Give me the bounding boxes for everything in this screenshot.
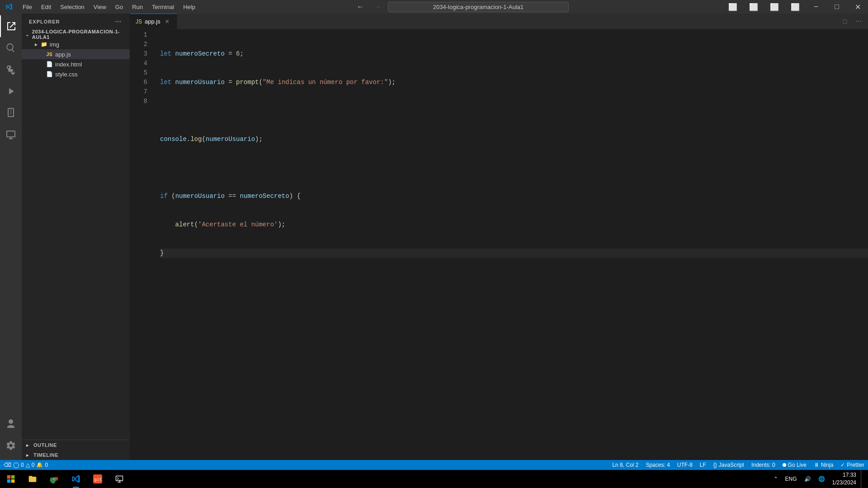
menu-selection[interactable]: Selection xyxy=(56,0,89,14)
file-tree: ⌄ 2034-LOGICA-PROGRAMACION-1-AULA1 ► 📁 i… xyxy=(22,29,130,440)
code-line-7: alert('Acertaste el número'); xyxy=(160,220,868,230)
svg-rect-3 xyxy=(11,479,15,483)
language-label: JavaScript xyxy=(719,462,744,468)
activity-run-debug[interactable] xyxy=(0,80,22,102)
titlebar-left: File Edit Selection View Go Run Terminal… xyxy=(0,0,200,14)
prettier-label: Prettier xyxy=(847,462,864,468)
command-search-input[interactable]: 2034-logica-programacion-1-Aula1 xyxy=(388,2,569,12)
menu-terminal[interactable]: Terminal xyxy=(147,0,179,14)
layout3-icon[interactable]: ⬜ xyxy=(764,0,785,14)
status-prettier[interactable]: ✓ Prettier xyxy=(837,460,868,470)
activity-explorer[interactable] xyxy=(0,15,22,37)
code-line-8: } xyxy=(160,249,868,258)
sidebar-header-icons: ⋯ xyxy=(113,17,123,26)
taskbar-app-gitbash[interactable]: git xyxy=(87,470,108,488)
minimize-button[interactable]: − xyxy=(806,0,826,14)
activity-accounts[interactable] xyxy=(0,413,22,435)
warnings-icon: △ xyxy=(26,462,30,468)
status-encoding[interactable]: UTF-8 xyxy=(674,460,696,470)
activity-settings[interactable] xyxy=(0,435,22,456)
taskbar: git ⌃ ENG 🔊 🌐 17:33 1/23/2024 xyxy=(0,470,868,488)
sidebar-more-button[interactable]: ⋯ xyxy=(113,17,123,26)
activity-search[interactable] xyxy=(0,37,22,59)
tree-item-indexhtml[interactable]: 📄 index.html xyxy=(22,59,130,69)
menu-edit[interactable]: Edit xyxy=(37,0,56,14)
tab-js-icon: JS xyxy=(136,19,142,25)
taskbar-speaker-icon[interactable]: 🔊 xyxy=(802,470,814,488)
timeline-section[interactable]: ► TIMELINE xyxy=(22,450,130,460)
activity-extensions[interactable] xyxy=(0,102,22,124)
taskbar-lang[interactable]: ENG xyxy=(783,470,800,488)
outline-section[interactable]: ► OUTLINE xyxy=(22,440,130,450)
status-branch[interactable]: ⌫ ◯ 0 △ 0 🔔 0 xyxy=(0,460,52,470)
nav-forward-button[interactable]: → xyxy=(371,0,384,14)
taskbar-app-explorer[interactable] xyxy=(22,470,43,488)
go-live-dot-icon xyxy=(783,463,786,467)
status-bar-left: ⌫ ◯ 0 △ 0 🔔 0 xyxy=(0,460,52,470)
editor-area: JS app.js × □ ⋯ 1 2 3 4 5 6 7 8 let nu xyxy=(130,14,868,460)
line-num-3: 3 xyxy=(130,49,147,59)
go-live-button[interactable]: Go Live xyxy=(779,460,810,470)
titlebar: File Edit Selection View Go Run Terminal… xyxy=(0,0,868,14)
taskbar-chevron-icon[interactable]: ⌃ xyxy=(771,470,781,488)
layout2-icon[interactable]: ⬜ xyxy=(743,0,764,14)
tree-root-folder[interactable]: ⌄ 2034-LOGICA-PROGRAMACION-1-AULA1 xyxy=(22,29,130,39)
maximize-button[interactable]: □ xyxy=(826,0,847,14)
menu-run[interactable]: Run xyxy=(127,0,147,14)
taskbar-app-terminal[interactable] xyxy=(108,470,130,488)
warnings-count: 0 xyxy=(32,462,35,468)
code-line-3 xyxy=(160,106,868,116)
tree-item-stylecss[interactable]: 📄 style.css xyxy=(22,69,130,79)
errors-icon: ◯ xyxy=(13,462,19,468)
status-bar-right: Ln 8, Col 2 Spaces: 4 UTF-8 LF {} JavaSc… xyxy=(609,460,868,470)
more-actions-button[interactable]: ⋯ xyxy=(853,15,864,27)
line-num-8: 8 xyxy=(130,97,147,106)
taskbar-network-icon[interactable]: 🌐 xyxy=(816,470,828,488)
status-ninja[interactable]: ⏸ Ninja xyxy=(810,460,837,470)
activity-source-control[interactable] xyxy=(0,59,22,80)
ninja-label: Ninja xyxy=(821,462,833,468)
tree-item-img[interactable]: ► 📁 img xyxy=(22,39,130,49)
taskbar-datetime[interactable]: 17:33 1/23/2024 xyxy=(830,470,859,488)
status-language[interactable]: {} JavaScript xyxy=(710,460,748,470)
status-spaces[interactable]: Spaces: 4 xyxy=(642,460,673,470)
tab-appjs[interactable]: JS app.js × xyxy=(130,14,177,29)
main-container: Explorer ⋯ ⌄ 2034-LOGICA-PROGRAMACION-1-… xyxy=(0,14,868,460)
menu-view[interactable]: View xyxy=(89,0,111,14)
taskbar-app-chrome[interactable] xyxy=(43,470,65,488)
menu-go[interactable]: Go xyxy=(111,0,127,14)
explorer-label: Explorer xyxy=(29,19,60,24)
line-num-2: 2 xyxy=(130,40,147,49)
indents-label: Indents: 0 xyxy=(751,462,775,468)
menu-help[interactable]: Help xyxy=(179,0,200,14)
code-content[interactable]: let numeroSecreto = 6; let numeroUsuario… xyxy=(153,29,868,460)
titlebar-right: ⬜ ⬜ ⬜ ⬜ − □ ✕ xyxy=(722,0,868,14)
code-line-6: if (numeroUsuario == numeroSecreto) { xyxy=(160,192,868,201)
tab-close-button[interactable]: × xyxy=(163,18,171,26)
nav-back-button[interactable]: ← xyxy=(354,0,367,14)
taskbar-show-desktop-button[interactable] xyxy=(861,470,864,488)
code-line-4: console.log(numeroUsuario); xyxy=(160,135,868,144)
code-line-1: let numeroSecreto = 6; xyxy=(160,49,868,59)
taskbar-app-vscode[interactable] xyxy=(65,470,87,488)
activity-remote-explorer[interactable] xyxy=(0,124,22,145)
info-count: 0 xyxy=(45,462,48,468)
taskbar-start-button[interactable] xyxy=(0,470,22,488)
activity-bar xyxy=(0,14,22,460)
taskbar-date-value: 1/23/2024 xyxy=(832,479,856,487)
status-eol[interactable]: LF xyxy=(696,460,710,470)
taskbar-time-value: 17:33 xyxy=(832,471,856,479)
layout4-icon[interactable]: ⬜ xyxy=(785,0,806,14)
tab-actions: □ ⋯ xyxy=(839,14,868,29)
menu-file[interactable]: File xyxy=(18,0,37,14)
layout-icon[interactable]: ⬜ xyxy=(722,0,743,14)
tab-appjs-label: app.js xyxy=(145,18,160,25)
status-position[interactable]: Ln 8, Col 2 xyxy=(609,460,642,470)
status-indents[interactable]: Indents: 0 xyxy=(748,460,779,470)
tree-item-appjs[interactable]: JS app.js xyxy=(22,49,130,59)
close-button[interactable]: ✕ xyxy=(847,0,868,14)
split-editor-button[interactable]: □ xyxy=(839,15,851,27)
cursor-position-label: Ln 8, Col 2 xyxy=(612,462,638,468)
svg-rect-0 xyxy=(7,475,11,479)
line-num-4: 4 xyxy=(130,59,147,68)
